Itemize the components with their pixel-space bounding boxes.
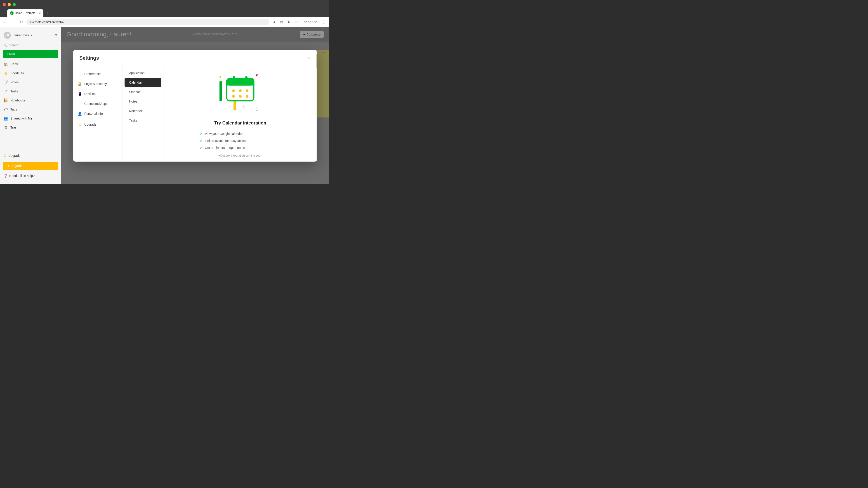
settings-sub-notes[interactable]: Notes bbox=[125, 97, 161, 106]
settings-nav-login-security[interactable]: 🔒 Login & security bbox=[73, 79, 123, 89]
avatar: LD bbox=[4, 32, 11, 39]
sidebar-item-notebooks[interactable]: 📔 Notebooks bbox=[0, 96, 61, 105]
search-label: Search bbox=[9, 43, 19, 47]
settings-sub-calendar-label: Calendar bbox=[129, 80, 142, 84]
settings-sub-tasks-label: Tasks bbox=[129, 119, 137, 122]
search-button[interactable]: 🔍 Search bbox=[0, 41, 61, 49]
settings-sub-notebook[interactable]: Notebook bbox=[125, 106, 161, 116]
person-icon: 👤 bbox=[78, 111, 82, 116]
sidebar-bottom: ⊙ Upgrade ⊙ Upgrade ❓ Need a little help… bbox=[0, 149, 61, 182]
tab-bar: ▾ e Home - Evernote × + bbox=[0, 9, 329, 17]
nav-forward-button[interactable]: → bbox=[11, 19, 16, 25]
settings-nav-upgrade[interactable]: ⊙ Upgrade bbox=[73, 119, 123, 130]
feature-label-1: Link to events for easy access bbox=[205, 139, 247, 142]
cal-bar-green bbox=[219, 81, 222, 101]
cursor-icon: ↖ bbox=[243, 105, 245, 108]
url-bar[interactable] bbox=[26, 19, 269, 25]
sidebar-upgrade-item[interactable]: ⊙ Upgrade bbox=[0, 151, 61, 160]
bookmark-icon[interactable]: ★ bbox=[272, 19, 277, 25]
svg-point-6 bbox=[239, 90, 242, 92]
sidebar-item-label-notes: Notes bbox=[10, 80, 19, 84]
settings-sub-application[interactable]: Application bbox=[125, 68, 161, 77]
download-icon[interactable]: ⬇ bbox=[286, 19, 291, 25]
help-label: Need a little help? bbox=[9, 174, 35, 177]
feature-list: ✓ View your Google calendars ✓ Link to e… bbox=[199, 130, 281, 151]
tab-close-button[interactable]: × bbox=[39, 11, 41, 15]
sidebar-item-label-home: Home bbox=[10, 62, 19, 66]
new-tab-button[interactable]: + bbox=[44, 10, 51, 17]
window-maximize-button[interactable] bbox=[13, 3, 16, 6]
settings-nav-devices[interactable]: 📱 Devices bbox=[73, 89, 123, 99]
svg-rect-2 bbox=[227, 83, 254, 86]
settings-header: Settings × bbox=[73, 50, 317, 65]
sidebar-nav: 🏠 Home ⭐ Shortcuts 📝 Notes ✓ Tasks 📔 Not… bbox=[0, 59, 61, 149]
settings-dialog: Settings × ⊞ Preferences 🔒 Login & secur… bbox=[73, 50, 317, 162]
tasks-icon: ✓ bbox=[4, 89, 8, 94]
sidebar-item-label-notebooks: Notebooks bbox=[10, 98, 26, 102]
toolbar-icons: ★ ⧉ ⬇ ▭ Incognito ⋮ bbox=[272, 19, 327, 25]
sidebar-item-shared[interactable]: 👥 Shared with Me bbox=[0, 114, 61, 123]
calendar-section-title: Try Calendar integration bbox=[214, 121, 266, 126]
settings-nav-devices-label: Devices bbox=[84, 92, 96, 96]
home-icon: 🏠 bbox=[4, 62, 8, 66]
svg-point-8 bbox=[232, 95, 235, 98]
settings-sub-sidebar[interactable]: Sidebar bbox=[125, 88, 161, 96]
new-button-label: + New bbox=[6, 52, 16, 56]
settings-nav-connected-label: Connected Apps bbox=[84, 102, 107, 105]
settings-nav-preferences[interactable]: ⊞ Preferences bbox=[73, 69, 123, 79]
settings-sub-calendar[interactable]: Calendar bbox=[125, 78, 161, 87]
sidebar-item-notes[interactable]: 📝 Notes bbox=[0, 78, 61, 87]
preferences-icon: ⊞ bbox=[78, 72, 82, 76]
settings-sub-tasks[interactable]: Tasks bbox=[125, 116, 161, 125]
feature-item-1: ✓ Link to events for easy access bbox=[199, 137, 281, 144]
incognito-label: Incognito bbox=[302, 19, 318, 25]
feature-item-2: ✓ Get reminders to open notes bbox=[199, 144, 281, 151]
nav-reload-button[interactable]: ↻ bbox=[19, 19, 24, 25]
new-button[interactable]: + New bbox=[3, 50, 58, 58]
shared-icon: 👥 bbox=[4, 116, 8, 121]
settings-nav-personal-info[interactable]: 👤 Personal info bbox=[73, 109, 123, 119]
note-clip-icon: 🗒 bbox=[255, 107, 259, 112]
sidebar-item-shortcuts[interactable]: ⭐ Shortcuts bbox=[0, 69, 61, 78]
sidebar-user-section[interactable]: LD Lauren Deli ▾ ⚙ bbox=[0, 30, 61, 41]
lock-icon: 🔒 bbox=[78, 82, 82, 86]
sidebar-item-home[interactable]: 🏠 Home bbox=[0, 60, 61, 69]
sidebar-item-label-tags: Tags bbox=[10, 107, 17, 111]
settings-nav-login-label: Login & security bbox=[84, 82, 107, 86]
settings-nav-connected-apps[interactable]: ⊞ Connected Apps bbox=[73, 99, 123, 109]
feature-label-2: Get reminders to open notes bbox=[205, 146, 245, 149]
settings-sub-nav: Application Calendar Sidebar Notes Noteb… bbox=[123, 65, 163, 162]
settings-scrollbar[interactable] bbox=[316, 65, 317, 162]
help-button[interactable]: ❓ Need a little help? bbox=[0, 172, 61, 180]
user-chevron-icon: ▾ bbox=[31, 34, 32, 37]
sidebar-item-tasks[interactable]: ✓ Tasks bbox=[0, 87, 61, 96]
svg-point-5 bbox=[232, 90, 235, 92]
extensions-icon[interactable]: ⧉ bbox=[279, 19, 284, 25]
main-content: Good morning, Lauren! WEDNESDAY, FEBRUAR… bbox=[61, 27, 329, 184]
settings-content-area: ✦ ♥ bbox=[163, 65, 317, 162]
sidebar-item-trash[interactable]: 🗑 Trash bbox=[0, 123, 61, 132]
more-menu-icon[interactable]: ⋮ bbox=[321, 19, 327, 25]
window-close-button[interactable] bbox=[3, 3, 6, 6]
nav-back-button[interactable]: ← bbox=[3, 19, 8, 25]
sidebar-item-tags[interactable]: 🏷 Tags bbox=[0, 105, 61, 114]
upgrade-icon: ⊙ bbox=[4, 153, 6, 158]
upgrade-bar-button[interactable]: ⊙ Upgrade bbox=[3, 162, 58, 170]
trash-icon: 🗑 bbox=[4, 125, 8, 130]
calendar-illustration: ✦ ♥ bbox=[213, 70, 268, 115]
window-controls bbox=[3, 3, 16, 6]
sidebar-item-label-tasks: Tasks bbox=[10, 90, 19, 93]
layout-icon[interactable]: ▭ bbox=[294, 19, 299, 25]
help-icon: ❓ bbox=[4, 174, 7, 177]
app-layout: LD Lauren Deli ▾ ⚙ 🔍 Search + New 🏠 Home… bbox=[0, 27, 329, 184]
settings-body: ⊞ Preferences 🔒 Login & security 📱 Devic… bbox=[73, 65, 317, 162]
settings-scrollbar-thumb[interactable] bbox=[316, 65, 317, 68]
feature-item-0: ✓ View your Google calendars bbox=[199, 130, 281, 137]
checkmark-icon-0: ✓ bbox=[199, 131, 203, 136]
gear-icon[interactable]: ⚙ bbox=[54, 33, 57, 37]
settings-close-button[interactable]: × bbox=[306, 55, 311, 61]
browser-tab-evernote[interactable]: e Home - Evernote × bbox=[7, 9, 43, 17]
settings-sub-sidebar-label: Sidebar bbox=[129, 90, 140, 94]
tab-list-button[interactable]: ▾ bbox=[2, 11, 6, 15]
window-minimize-button[interactable] bbox=[8, 3, 11, 6]
